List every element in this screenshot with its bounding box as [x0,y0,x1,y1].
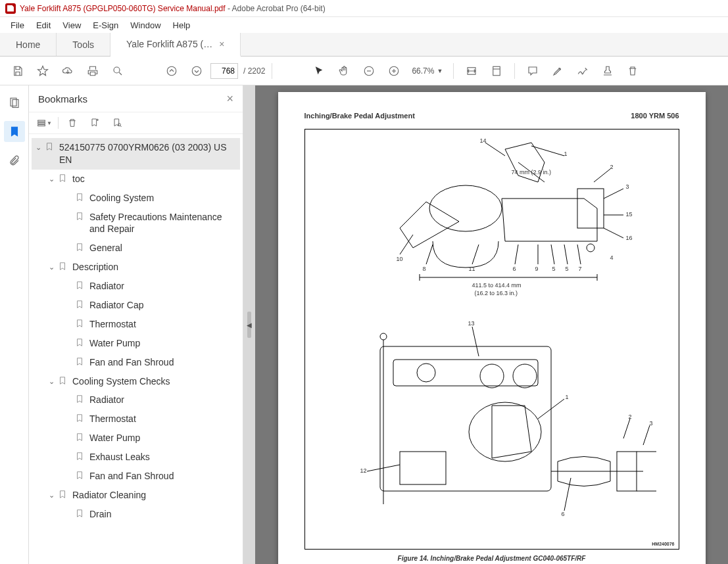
svg-line-27 [485,143,505,156]
save-icon[interactable] [7,60,29,82]
panel-resize-handle[interactable]: ◀ [243,85,255,564]
page-header-left: Inching/Brake Pedal Adjustment [304,112,415,120]
bookmark-item[interactable]: Fan and Fan Shroud [32,353,240,372]
svg-line-35 [515,245,518,264]
bookmarks-tree[interactable]: ⌄ 524150775 0700YRM0626 (03 2003) US EN … [29,134,243,564]
bookmark-label: Cooling System Checks [72,375,237,388]
chevron-down-icon[interactable]: ⌄ [36,143,45,153]
left-nav-rail [0,85,29,564]
bookmark-label: Thermostat [89,413,237,425]
bookmark-item[interactable]: General [32,239,240,258]
bookmark-label: Water Pump [89,432,237,444]
callout-5b: 5 [566,266,569,272]
callout-b13: 13 [468,320,475,327]
bookmark-item[interactable]: Exhaust Leaks [32,448,240,467]
fit-page-icon[interactable] [485,60,508,82]
svg-line-37 [551,245,554,264]
bookmark-icon [75,300,85,310]
hand-tool-icon[interactable] [333,60,355,82]
bookmark-icon [75,413,85,424]
thumbnails-panel-icon[interactable] [4,92,25,113]
bookmark-item[interactable]: Radiator [32,277,240,296]
tab-home[interactable]: Home [0,33,57,56]
bookmark-toc[interactable]: ⌄ toc [32,170,240,189]
menu-help[interactable]: Help [168,18,196,32]
zoom-in-icon[interactable] [383,60,405,82]
find-bookmark-icon[interactable] [109,114,126,131]
menu-view[interactable]: View [57,18,86,32]
menu-window[interactable]: Window [125,18,166,32]
stamp-icon[interactable] [596,60,619,82]
bookmark-item[interactable]: Thermostat [32,410,240,429]
bookmark-icon [75,471,85,481]
zoom-out-icon[interactable] [358,60,380,82]
star-icon[interactable] [32,60,54,82]
svg-point-43 [480,364,504,388]
chevron-down-icon[interactable]: ⌄ [49,262,58,272]
tab-tools[interactable]: Tools [57,33,110,56]
menu-file[interactable]: File [5,18,30,32]
delete-icon[interactable] [621,60,644,82]
delete-bookmark-icon[interactable] [64,114,81,131]
chevron-down-icon: ▼ [437,68,443,74]
bookmark-description[interactable]: ⌄ Description [32,258,240,277]
menu-esign[interactable]: E-Sign [87,18,124,32]
bookmark-item[interactable]: Water Pump [32,334,240,353]
technical-drawing-top: 1 14 74 mm (2.9 in.) 2 3 15 16 4 10 8 11… [334,136,650,300]
svg-rect-16 [38,125,45,126]
highlight-icon[interactable] [546,60,569,82]
bookmark-item[interactable]: Safety Precautions Maintenance and Repai… [32,208,240,239]
svg-line-54 [472,327,479,356]
callout-b6: 6 [562,511,565,517]
new-bookmark-icon[interactable] [86,114,103,131]
bookmark-item[interactable]: Radiator Cap [32,296,240,315]
dimension-label-2b: (16.2 to 16.3 in.) [475,290,518,296]
svg-line-57 [623,419,630,438]
bookmark-item[interactable]: Drain [32,505,240,524]
page-number-input[interactable] [210,63,238,79]
bookmark-item[interactable]: Radiator [32,390,240,410]
bookmarks-panel-icon[interactable] [4,121,25,142]
svg-rect-40 [380,346,551,491]
print-icon[interactable] [82,60,104,82]
cloud-icon[interactable] [57,60,79,82]
comment-icon[interactable] [522,60,544,82]
bookmark-label: Safety Precautions Maintenance and Repai… [89,211,237,236]
chevron-down-icon[interactable]: ⌄ [49,174,58,184]
fit-width-icon[interactable] [460,60,483,82]
close-panel-icon[interactable]: × [226,92,233,106]
menu-bar: File Edit View E-Sign Window Help [0,17,728,33]
callout-14: 14 [480,137,487,144]
page-up-icon[interactable] [160,60,183,82]
menu-edit[interactable]: Edit [31,18,56,32]
document-viewport[interactable]: Inching/Brake Pedal Adjustment 1800 YRM … [255,85,728,564]
bookmark-item[interactable]: Fan and Fan Shroud [32,467,240,486]
callout-3: 3 [626,183,629,190]
attachments-panel-icon[interactable] [4,150,25,171]
chevron-down-icon[interactable]: ⌄ [49,377,58,387]
bookmark-cleaning[interactable]: ⌄ Radiator Cleaning [32,486,240,505]
bookmark-label: General [89,242,237,254]
sign-icon[interactable] [571,60,594,82]
bookmark-item[interactable]: Water Pump [32,429,240,448]
bookmark-checks[interactable]: ⌄ Cooling System Checks [32,372,240,391]
chevron-down-icon[interactable]: ⌄ [49,490,58,500]
zoom-level-dropdown[interactable]: 66.7% ▼ [408,66,447,76]
page-down-icon[interactable] [185,60,208,82]
bookmark-item[interactable]: Thermostat [32,315,240,334]
svg-point-19 [429,185,502,231]
search-icon[interactable] [107,60,129,82]
bookmark-icon [58,490,68,500]
bookmark-icon [75,243,85,253]
bookmark-label: Radiator Cap [89,299,237,312]
collapse-handle-icon[interactable]: ◀ [247,312,251,338]
bookmark-label: Water Pump [89,337,237,350]
bookmark-options-icon[interactable]: ▼ [36,114,53,131]
svg-line-31 [604,228,623,238]
bookmark-root[interactable]: ⌄ 524150775 0700YRM0626 (03 2003) US EN [32,138,240,170]
close-tab-icon[interactable]: × [219,39,224,49]
selection-tool-icon[interactable] [308,60,330,82]
tab-document[interactable]: Yale Forklift A875 (… × [110,33,241,57]
svg-line-18 [120,126,122,127]
bookmark-item[interactable]: Cooling System [32,189,240,208]
